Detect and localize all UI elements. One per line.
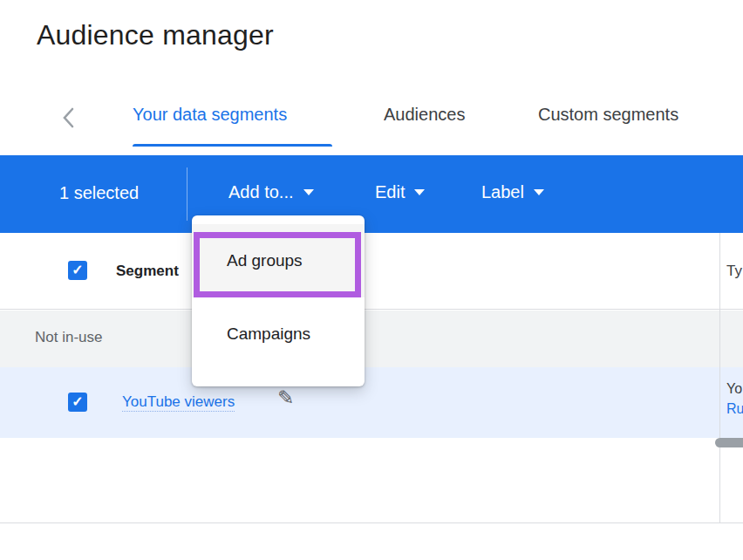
label-dropdown-button[interactable]: Label xyxy=(481,182,544,202)
page-title: Audience manager xyxy=(37,19,274,51)
add-to-dropdown-menu: Ad groups Campaigns xyxy=(192,215,365,386)
table-header-row: ✓ Segment Ty xyxy=(0,233,743,310)
chevron-down-icon xyxy=(303,189,314,195)
horizontal-scrollbar-thumb[interactable] xyxy=(715,438,743,447)
tab-custom-segments[interactable]: Custom segments xyxy=(538,105,678,125)
checkmark-icon: ✓ xyxy=(72,263,83,277)
selected-count: 1 selected xyxy=(59,183,139,203)
label-label: Label xyxy=(481,182,524,202)
tab-label: Audiences xyxy=(384,105,465,124)
tab-audiences[interactable]: Audiences xyxy=(384,105,465,125)
type-line-1: Yo xyxy=(726,379,743,399)
action-bar-divider xyxy=(187,167,187,221)
back-chevron-icon[interactable] xyxy=(61,106,75,133)
menu-item-label: Ad groups xyxy=(227,251,303,270)
select-all-checkbox[interactable]: ✓ xyxy=(68,261,87,280)
tab-label: Custom segments xyxy=(538,105,678,124)
audience-manager-page: Audience manager Your data segments Audi… xyxy=(0,0,743,560)
type-line-2: Ru xyxy=(726,399,743,419)
edit-label: Edit xyxy=(375,182,405,202)
chevron-down-icon xyxy=(534,189,544,195)
segment-column-header: Segment xyxy=(116,263,179,280)
edit-dropdown-button[interactable]: Edit xyxy=(375,182,425,202)
checkmark-icon: ✓ xyxy=(72,395,83,409)
type-column-header: Ty xyxy=(726,263,742,280)
section-row-not-in-use: Not in-use xyxy=(0,311,743,367)
add-to-label: Add to... xyxy=(228,182,294,202)
row-type-cell: Yo Ru xyxy=(726,379,743,419)
tab-label: Your data segments xyxy=(133,105,287,124)
menu-item-ad-groups[interactable]: Ad groups xyxy=(192,224,365,297)
row-checkbox[interactable]: ✓ xyxy=(68,393,87,412)
section-label: Not in-use xyxy=(35,329,102,346)
tab-your-data-segments[interactable]: Your data segments xyxy=(133,105,287,125)
chevron-down-icon xyxy=(414,189,425,195)
column-divider xyxy=(719,233,720,522)
menu-item-label: Campaigns xyxy=(227,324,310,344)
selection-action-bar: 1 selected Add to... Edit Label xyxy=(0,155,743,233)
table-row-youtube-viewers: ✓ YouTube viewers ✎ Yo Ru xyxy=(0,367,743,438)
menu-item-campaigns[interactable]: Campaigns xyxy=(192,297,365,371)
table-bottom-border xyxy=(0,522,743,523)
back-chevron-svg xyxy=(61,106,75,129)
add-to-dropdown-button[interactable]: Add to... xyxy=(228,182,314,202)
segment-name-link[interactable]: YouTube viewers xyxy=(122,393,235,412)
edit-pencil-icon[interactable]: ✎ xyxy=(277,386,294,410)
active-tab-underline xyxy=(133,144,332,147)
